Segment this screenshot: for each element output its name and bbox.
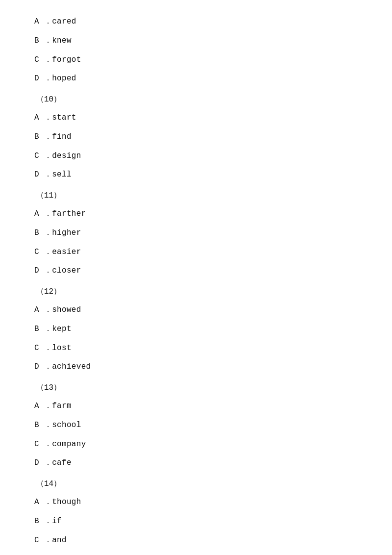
question-label-3: （12） bbox=[34, 285, 358, 299]
option-2-1[interactable]: B ．higher bbox=[34, 226, 358, 240]
option-5-3[interactable]: D ．since bbox=[34, 552, 358, 555]
option-3-2[interactable]: C ．lost bbox=[34, 341, 358, 355]
option-4-1[interactable]: B ．school bbox=[34, 418, 358, 432]
option-4-3[interactable]: D ．cafe bbox=[34, 456, 358, 470]
option-3-1[interactable]: B ．kept bbox=[34, 322, 358, 336]
option-5-1[interactable]: B ．if bbox=[34, 514, 358, 529]
option-0-3[interactable]: D ．hoped bbox=[34, 72, 358, 86]
option-2-3[interactable]: D ．closer bbox=[34, 264, 358, 278]
option-1-1[interactable]: B ．find bbox=[34, 130, 358, 144]
option-0-2[interactable]: C ．forgot bbox=[34, 53, 358, 67]
option-0-1[interactable]: B ．knew bbox=[34, 34, 358, 48]
question-label-2: （11） bbox=[34, 189, 358, 203]
option-1-2[interactable]: C ．design bbox=[34, 149, 358, 163]
option-4-2[interactable]: C ．company bbox=[34, 437, 358, 452]
page-content: A ．caredB ．knewC ．forgotD ．hoped（10）A ．s… bbox=[0, 0, 392, 555]
option-1-3[interactable]: D ．sell bbox=[34, 168, 358, 182]
option-3-3[interactable]: D ．achieved bbox=[34, 360, 358, 374]
question-label-4: （13） bbox=[34, 381, 358, 395]
question-label-1: （10） bbox=[34, 93, 358, 107]
option-4-0[interactable]: A ．farm bbox=[34, 399, 358, 413]
option-5-0[interactable]: A ．though bbox=[34, 495, 358, 509]
option-3-0[interactable]: A ．showed bbox=[34, 303, 358, 317]
question-label-5: （14） bbox=[34, 477, 358, 491]
option-1-0[interactable]: A ．start bbox=[34, 111, 358, 125]
option-2-0[interactable]: A ．farther bbox=[34, 207, 358, 221]
option-5-2[interactable]: C ．and bbox=[34, 533, 358, 548]
option-2-2[interactable]: C ．easier bbox=[34, 245, 358, 259]
option-0-0[interactable]: A ．cared bbox=[34, 15, 358, 29]
